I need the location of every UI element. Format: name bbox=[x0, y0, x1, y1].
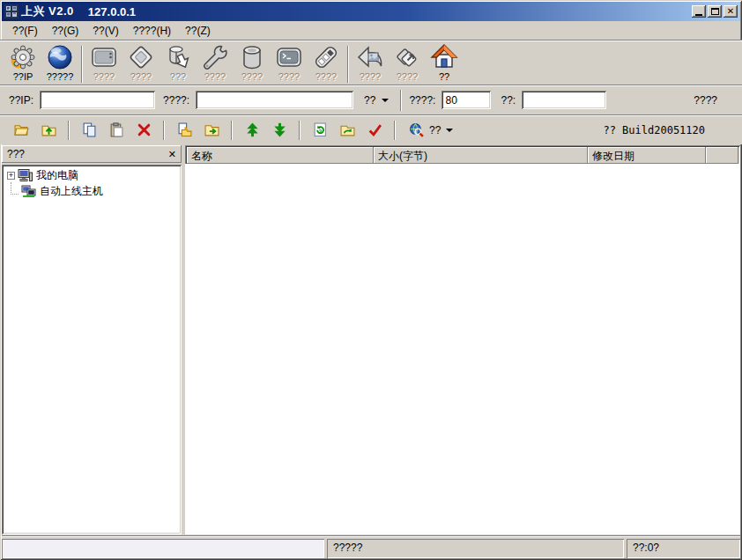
keyboard-button[interactable]: ???? bbox=[308, 43, 345, 85]
column-header-filler bbox=[706, 147, 738, 164]
menu-view[interactable]: ??(V) bbox=[85, 23, 125, 39]
move-to-folder-button[interactable] bbox=[202, 121, 221, 140]
upload-button[interactable] bbox=[242, 121, 262, 140]
maximize-button[interactable] bbox=[708, 5, 722, 18]
tree-item-auto-online-hosts[interactable]: 自动上线主机 bbox=[4, 183, 180, 199]
toolbar-separator bbox=[81, 46, 83, 83]
search-label: ?? bbox=[429, 124, 441, 136]
diamond-icon bbox=[127, 43, 155, 71]
toolbar-button-label: ???? bbox=[241, 71, 263, 82]
toolbar-button-label: ???? bbox=[93, 71, 115, 82]
toolbar-button-label: ???? bbox=[397, 71, 418, 82]
status-host-count: ??:0? bbox=[627, 539, 740, 558]
tree-item-my-computer[interactable]: + 我的电脑 bbox=[4, 167, 180, 183]
check-icon bbox=[367, 122, 382, 137]
window-title: 上兴 V2.0 bbox=[21, 4, 74, 19]
ip-input[interactable] bbox=[40, 91, 155, 109]
paste-button[interactable] bbox=[107, 121, 126, 140]
delete-x-icon bbox=[137, 122, 152, 137]
port-input[interactable] bbox=[441, 91, 491, 109]
connection-bar: ??IP: ????: ?? ????: ??: ???? bbox=[0, 85, 742, 114]
panel-title: ??? bbox=[7, 148, 25, 160]
remote-control-button[interactable]: ???? bbox=[122, 43, 160, 85]
copy-to-folder-button[interactable] bbox=[174, 121, 194, 140]
folder-up-button[interactable] bbox=[39, 121, 58, 140]
database-icon bbox=[238, 43, 266, 71]
terminal-icon bbox=[275, 43, 303, 71]
target-label: ????: bbox=[163, 94, 189, 107]
storage-transfer-button[interactable]: ??? bbox=[160, 43, 197, 85]
folder-up-icon bbox=[41, 122, 56, 137]
status-progress-area bbox=[2, 539, 324, 558]
copy-button[interactable] bbox=[79, 121, 99, 140]
close-button[interactable]: ✕ bbox=[723, 5, 738, 18]
home-icon bbox=[430, 43, 458, 71]
menu-about[interactable]: ??(Z) bbox=[178, 23, 218, 39]
confirm-button[interactable] bbox=[365, 121, 384, 140]
target-input[interactable] bbox=[196, 91, 353, 109]
double-down-arrow-icon bbox=[272, 122, 287, 137]
menu-help[interactable]: ????(H) bbox=[126, 23, 178, 39]
menu-file[interactable]: ??(F) bbox=[5, 23, 45, 39]
build-version-label: ?? Build20051120 bbox=[603, 124, 705, 136]
terminal-button[interactable]: ???? bbox=[271, 43, 308, 85]
expand-plus-icon[interactable]: + bbox=[7, 172, 15, 180]
host-tree: + 我的电脑 bbox=[2, 165, 182, 534]
minimize-icon bbox=[695, 14, 702, 16]
chevron-down-icon bbox=[382, 99, 389, 102]
tree-item-label: 自动上线主机 bbox=[40, 184, 103, 199]
chevron-down-icon bbox=[446, 129, 453, 132]
statusbar: ????? ??:0? bbox=[2, 535, 740, 558]
file-list-body[interactable] bbox=[185, 164, 740, 534]
column-header-date[interactable]: 修改日期 bbox=[588, 147, 706, 164]
apply-settings-button[interactable]: ???? bbox=[688, 92, 723, 108]
minimize-button[interactable] bbox=[692, 5, 706, 18]
param-input[interactable] bbox=[522, 91, 606, 109]
forward-view-button[interactable]: ???? bbox=[389, 43, 426, 85]
toolbar-button-label: ???? bbox=[360, 71, 381, 82]
file-list-panel: 名称 大小(字节) 修改日期 bbox=[185, 145, 740, 534]
back-photo-icon bbox=[356, 43, 384, 71]
folder-sync-button[interactable] bbox=[338, 121, 357, 140]
my-computer-icon bbox=[18, 168, 33, 182]
double-up-arrow-icon bbox=[245, 122, 260, 137]
delete-button[interactable] bbox=[134, 121, 153, 140]
param-label: ??: bbox=[501, 94, 516, 107]
menu-go[interactable]: ??(G) bbox=[45, 23, 86, 39]
refresh-button[interactable]: 2 bbox=[310, 121, 330, 140]
titlebar: 上兴 V2.0 127.0.0.1 ✕ bbox=[2, 2, 740, 21]
toolbar-separator bbox=[68, 121, 70, 140]
download-button[interactable] bbox=[270, 121, 289, 140]
folder-sync-icon bbox=[340, 122, 355, 137]
screen-icon bbox=[90, 43, 118, 71]
window-controls: ✕ bbox=[692, 5, 738, 18]
copy-to-folder-icon bbox=[177, 122, 192, 137]
column-header-name[interactable]: 名称 bbox=[187, 147, 374, 164]
database-button[interactable]: ???? bbox=[234, 43, 271, 85]
gear-ip-icon bbox=[9, 43, 37, 71]
settings-wrench-button[interactable]: ???? bbox=[197, 43, 234, 85]
status-message: ????? bbox=[327, 539, 624, 558]
toolbar-separator bbox=[231, 121, 233, 140]
storage-arrow-icon bbox=[164, 43, 192, 71]
scan-hosts-button[interactable]: ????? bbox=[41, 43, 78, 85]
window-title-address: 127.0.0.1 bbox=[88, 5, 136, 18]
panel-close-icon[interactable]: ✕ bbox=[168, 150, 176, 159]
folder-arrow-icon bbox=[204, 122, 219, 137]
home-button[interactable]: ?? bbox=[426, 43, 463, 85]
back-view-button[interactable]: ???? bbox=[352, 43, 389, 85]
copy-icon bbox=[82, 122, 97, 137]
config-ip-button[interactable]: ??IP bbox=[4, 43, 41, 85]
app-window: 上兴 V2.0 127.0.0.1 ✕ ??(F) ??(G) ??(V) ??… bbox=[0, 0, 742, 560]
screen-capture-button[interactable]: ???? bbox=[85, 43, 122, 85]
globe-icon bbox=[46, 43, 74, 71]
globe-search-icon bbox=[409, 122, 424, 137]
toolbar-button-label: ??IP bbox=[13, 71, 33, 82]
search-dropdown-button[interactable]: ?? bbox=[405, 121, 456, 139]
column-header-size[interactable]: 大小(字节) bbox=[374, 147, 588, 164]
close-icon: ✕ bbox=[727, 7, 734, 16]
toolbar-button-label: ???? bbox=[278, 71, 300, 82]
open-folder-button[interactable] bbox=[11, 121, 31, 140]
connect-dropdown-button[interactable]: ?? bbox=[360, 92, 393, 108]
main-area: ??? ✕ + 我的电脑 bbox=[0, 144, 742, 535]
